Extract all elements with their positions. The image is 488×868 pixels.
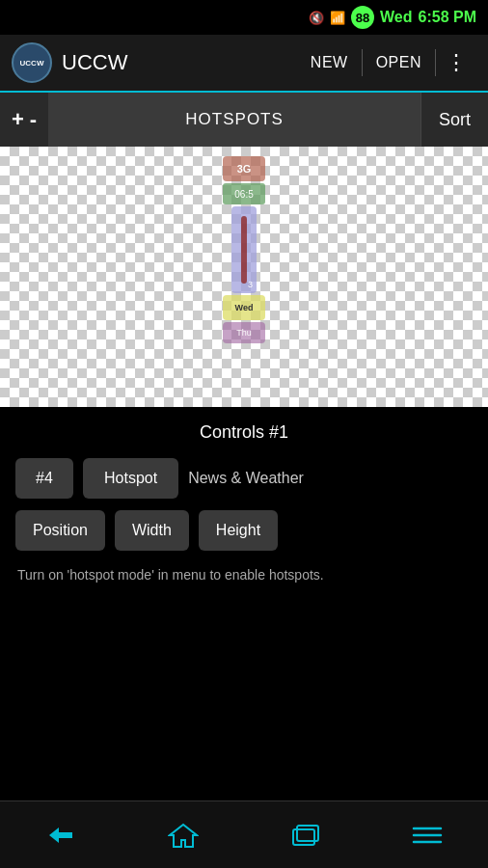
status-bar: 🔇 📶 88 Wed 6:58 PM — [0, 0, 488, 35]
add-hotspot-button[interactable]: + — [12, 109, 24, 130]
widget-canvas: 3G 06:5 3 Wed Thu — [0, 147, 488, 407]
home-button[interactable] — [154, 811, 212, 859]
app-title: UCCW — [62, 50, 297, 75]
widget-calendar-element: Thu — [223, 322, 265, 343]
menu-button[interactable] — [398, 811, 456, 859]
toolbar: + - HOTSPOTS Sort — [0, 93, 488, 147]
open-button[interactable]: OPEN — [363, 46, 435, 79]
width-button[interactable]: Width — [115, 510, 189, 551]
signal-icon: 📶 — [330, 11, 345, 25]
hotspot-number-button[interactable]: #4 — [15, 458, 73, 499]
sort-button[interactable]: Sort — [420, 93, 488, 147]
status-time: 6:58 PM — [419, 9, 476, 26]
back-button[interactable] — [32, 811, 90, 859]
widget-bar-element: 3 — [231, 206, 257, 293]
recents-button[interactable] — [276, 811, 334, 859]
widget-preview: 3G 06:5 3 Wed Thu — [223, 156, 265, 343]
new-button[interactable]: NEW — [297, 46, 362, 79]
remove-hotspot-button[interactable]: - — [30, 109, 37, 130]
height-button[interactable]: Height — [199, 510, 278, 551]
status-date: Wed — [380, 9, 412, 26]
widget-3g-element: 3G — [223, 156, 265, 181]
plus-minus-controls: + - — [0, 93, 48, 147]
hotspot-name-label: News & Weather — [188, 470, 304, 487]
hotspot-info-row: #4 Hotspot News & Weather — [15, 458, 473, 499]
content-area: Controls #1 #4 Hotspot News & Weather Po… — [0, 407, 488, 585]
top-nav: UCCW UCCW NEW OPEN ⋮ — [0, 35, 488, 93]
widget-time-element: 06:5 — [223, 183, 265, 204]
mute-icon: 🔇 — [309, 11, 324, 25]
toolbar-title-area: HOTSPOTS — [48, 93, 420, 147]
widget-bar-inner — [241, 216, 247, 284]
widget-bar-label: 3 — [248, 280, 253, 289]
more-menu-button[interactable]: ⋮ — [436, 42, 476, 83]
hotspot-controls-row: Position Width Height — [15, 510, 473, 551]
bottom-nav — [0, 800, 488, 868]
battery-badge: 88 — [351, 6, 374, 29]
toolbar-section-title: HOTSPOTS — [185, 110, 284, 129]
widget-weather-element: Wed — [223, 295, 265, 320]
svg-marker-0 — [170, 825, 197, 847]
app-logo: UCCW — [12, 42, 52, 83]
position-button[interactable]: Position — [15, 510, 105, 551]
controls-title: Controls #1 — [15, 422, 473, 443]
hotspot-hint: Turn on 'hotspot mode' in menu to enable… — [15, 566, 473, 585]
hotspot-type-button[interactable]: Hotspot — [83, 458, 178, 499]
